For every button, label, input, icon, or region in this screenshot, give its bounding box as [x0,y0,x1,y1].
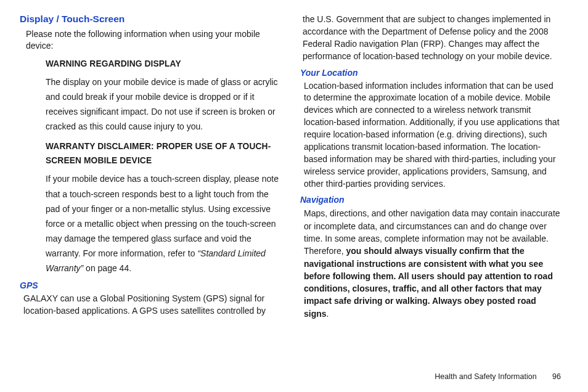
heading-your-location: Your Location [300,68,562,78]
navigation-tail: . [327,309,329,319]
document-page: Display / Touch-Screen Please note the f… [0,0,588,392]
disclaimer-text: If your mobile device has a touch-screen… [46,174,279,258]
heading-gps: GPS [20,280,279,290]
lead-paragraph: Please note the following information wh… [20,28,279,52]
navigation-paragraph: Maps, directions, and other navigation d… [303,207,562,320]
warning-display-heading: WARNING REGARDING DISPLAY [46,57,279,71]
warranty-disclaimer-paragraph: If your mobile device has a touch-screen… [46,171,279,276]
page-footer: Health and Safety Information 96 [435,372,561,381]
warning-display-paragraph: The display on your mobile device is mad… [46,75,279,134]
footer-page-number: 96 [552,372,561,381]
your-location-paragraph: Location-based information includes info… [303,80,562,190]
disclaimer-page-ref: on page 44. [83,263,131,273]
indented-block: WARNING REGARDING DISPLAY The display on… [20,57,279,276]
heading-navigation: Navigation [300,195,562,205]
navigation-warning-bold: you should always visually confirm that … [304,246,553,318]
two-column-body: Display / Touch-Screen Please note the f… [20,14,562,359]
warranty-disclaimer-heading: WARRANTY DISCLAIMER: PROPER USE OF A TOU… [46,139,279,168]
heading-display-touch-screen: Display / Touch-Screen [20,14,279,25]
footer-section-title: Health and Safety Information [435,372,536,381]
gps-paragraph: GALAXY can use a Global Positioning Syst… [20,293,279,317]
gps-continuation-paragraph: the U.S. Government that are subject to … [303,14,562,63]
